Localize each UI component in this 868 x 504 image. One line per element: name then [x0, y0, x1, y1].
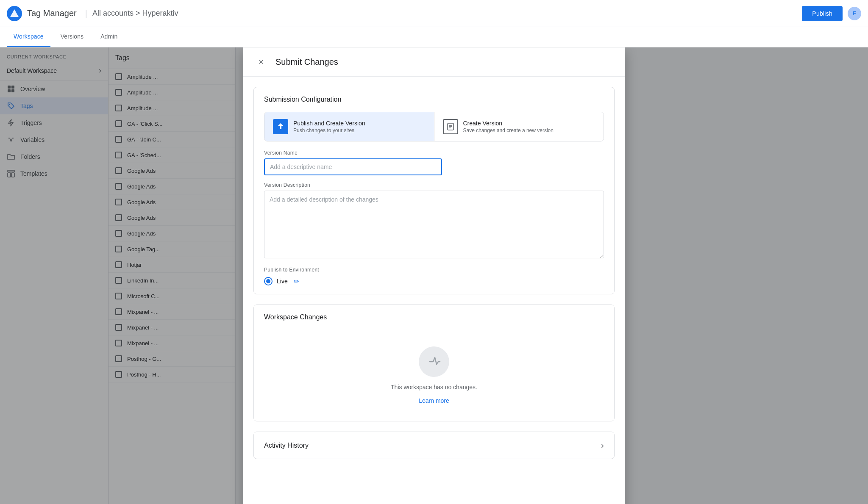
app-header: Tag Manager | All accounts > Hyperaktiv …: [0, 0, 868, 27]
submission-config-title: Submission Configuration: [254, 87, 614, 103]
option-publish-subtitle: Push changes to your sites: [293, 127, 365, 133]
tab-versions[interactable]: Versions: [54, 27, 91, 47]
publish-env-label: Publish to Environment: [264, 267, 604, 273]
submission-config-body: Publish and Create Version Push changes …: [254, 103, 614, 294]
version-description-input[interactable]: [264, 191, 604, 258]
workspace-changes-card: Workspace Changes This workspace has no …: [253, 305, 615, 421]
header-divider: |: [85, 8, 87, 18]
version-description-label: Version Description: [264, 182, 604, 188]
edit-environment-icon[interactable]: ✏: [294, 277, 299, 285]
app-title: Tag Manager: [27, 8, 77, 18]
version-name-input[interactable]: [264, 158, 442, 175]
environment-name: Live: [277, 278, 288, 285]
header-account-path: All accounts > Hyperaktiv: [92, 9, 178, 18]
version-name-label: Version Name: [264, 150, 604, 156]
modal-close-button[interactable]: ×: [253, 54, 269, 69]
publish-environment-section: Publish to Environment Live ✏: [264, 267, 604, 285]
tab-admin[interactable]: Admin: [94, 27, 124, 47]
option-publish-text: Publish and Create Version Push changes …: [293, 120, 365, 133]
no-changes-icon: [419, 346, 449, 377]
activity-history-header[interactable]: Activity History ›: [254, 432, 614, 459]
submission-options: Publish and Create Version Push changes …: [264, 112, 604, 141]
modal-title: Submit Changes: [275, 57, 338, 67]
option-create-version[interactable]: Create Version Save changes and create a…: [434, 112, 604, 141]
workspace-changes-header[interactable]: Workspace Changes: [254, 305, 614, 330]
option-publish-title: Publish and Create Version: [293, 120, 365, 127]
option-create-text: Create Version Save changes and create a…: [463, 120, 554, 133]
option-create-subtitle: Save changes and create a new version: [463, 127, 554, 133]
avatar: F: [848, 7, 861, 20]
app-logo: [7, 6, 22, 21]
publish-button[interactable]: Publish: [802, 6, 843, 21]
modal-body: Submission Configuration: [243, 77, 625, 504]
option-create-title: Create Version: [463, 120, 554, 127]
environment-row: Live ✏: [264, 277, 604, 285]
version-description-group: Version Description: [264, 182, 604, 260]
learn-more-link[interactable]: Learn more: [419, 397, 449, 404]
create-version-icon: [443, 119, 458, 134]
no-changes-text: This workspace has no changes.: [391, 384, 477, 390]
version-name-group: Version Name: [264, 150, 604, 175]
chevron-right-icon: ›: [601, 440, 604, 450]
radio-selected-indicator: [266, 279, 270, 283]
workspace-changes-title: Workspace Changes: [264, 313, 327, 321]
modal-overlay[interactable]: × Submit Changes Submission Configuratio…: [0, 47, 868, 504]
nav-tabs: Workspace Versions Admin: [0, 27, 868, 47]
publish-icon: [273, 119, 288, 134]
activity-history-card[interactable]: Activity History ›: [253, 432, 615, 459]
workspace-changes-empty: This workspace has no changes. Learn mor…: [254, 330, 614, 421]
tab-workspace[interactable]: Workspace: [7, 27, 50, 47]
modal-header: × Submit Changes: [243, 47, 625, 77]
activity-history-title: Activity History: [264, 442, 309, 449]
option-publish-create[interactable]: Publish and Create Version Push changes …: [264, 112, 434, 141]
close-icon: ×: [259, 57, 264, 67]
submit-changes-modal: × Submit Changes Submission Configuratio…: [243, 47, 625, 504]
submission-config-card: Submission Configuration: [253, 87, 615, 294]
environment-radio[interactable]: [264, 277, 273, 285]
